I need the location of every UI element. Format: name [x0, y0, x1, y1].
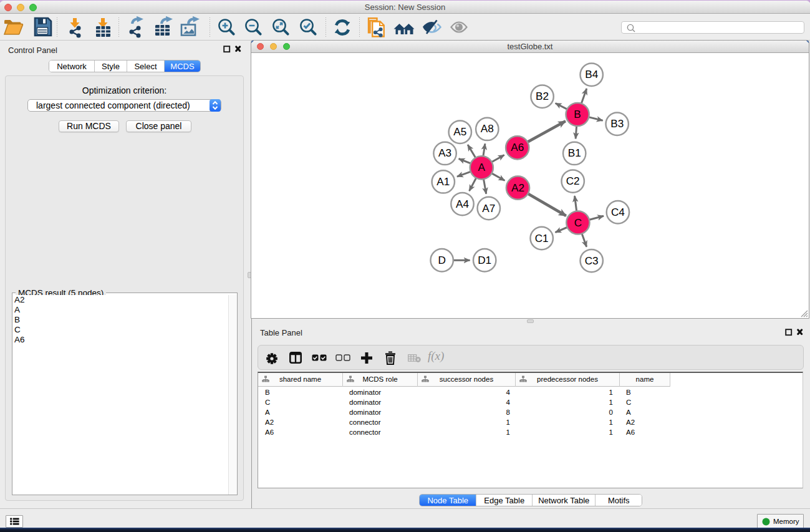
- svg-text:A: A: [478, 161, 486, 173]
- svg-text:A6: A6: [511, 141, 524, 153]
- svg-text:D: D: [438, 254, 445, 266]
- svg-text:D1: D1: [478, 254, 491, 266]
- svg-text:C3: C3: [585, 254, 599, 267]
- svg-text:A8: A8: [481, 122, 494, 135]
- svg-text:B3: B3: [610, 117, 624, 130]
- svg-text:C4: C4: [611, 206, 625, 218]
- svg-text:B4: B4: [585, 68, 598, 80]
- svg-text:A4: A4: [456, 198, 469, 210]
- svg-text:A2: A2: [511, 181, 524, 194]
- svg-text:A1: A1: [436, 175, 450, 188]
- svg-text:C2: C2: [566, 175, 580, 187]
- svg-text:A7: A7: [482, 202, 495, 215]
- svg-text:A5: A5: [453, 125, 466, 138]
- svg-text:B2: B2: [536, 90, 549, 102]
- svg-text:A3: A3: [438, 147, 451, 159]
- svg-text:C1: C1: [535, 232, 549, 244]
- svg-text:B: B: [574, 108, 581, 120]
- svg-text:B1: B1: [568, 147, 581, 159]
- svg-text:C: C: [574, 216, 582, 229]
